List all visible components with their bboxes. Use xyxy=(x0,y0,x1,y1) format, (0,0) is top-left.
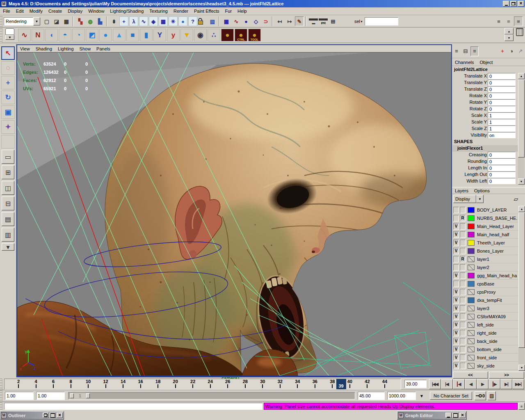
construction-history-icon[interactable]: ✎ xyxy=(295,16,304,26)
layer-name[interactable]: left_side xyxy=(477,322,494,327)
command-line-toggle-icon[interactable]: ≡ xyxy=(518,403,525,410)
mask-deformations-icon[interactable]: ▦ xyxy=(159,16,168,26)
timeline-tick[interactable]: 34 xyxy=(293,379,302,388)
range-slider-drag-handle[interactable] xyxy=(0,390,2,402)
poly-cylinder-icon[interactable]: ▮ xyxy=(140,29,153,41)
extrude-icon[interactable]: ◔ xyxy=(72,29,85,41)
toggle-attribute-editor-icon[interactable]: ≡ xyxy=(494,16,503,26)
layer-row[interactable]: V sky_side xyxy=(452,362,518,370)
timeline-tick[interactable]: 28 xyxy=(241,379,250,388)
chevron-down-icon[interactable]: ▼ xyxy=(360,20,363,23)
step-back-frame-button[interactable]: |◀ xyxy=(441,379,453,389)
layer-visibility-toggle[interactable] xyxy=(453,207,459,213)
layer-visibility-toggle[interactable] xyxy=(453,215,459,221)
layer-row[interactable]: R NURBS_BASE_HE. xyxy=(452,214,518,222)
layer-row[interactable]: V CSforMAYA09 xyxy=(452,313,518,321)
viewport-menu-item[interactable]: View xyxy=(17,46,33,52)
shelf-drag-handle[interactable] xyxy=(0,28,2,43)
menu-item[interactable]: Lighting/Shading xyxy=(107,8,146,14)
timeline-tick[interactable]: 32 xyxy=(276,379,285,388)
layer-color-swatch[interactable] xyxy=(468,289,475,295)
quick-select-input[interactable] xyxy=(365,17,398,25)
menu-set-selector[interactable]: Rendering ▼ xyxy=(4,17,40,25)
layer-name[interactable]: layer3 xyxy=(477,306,489,311)
layer-row[interactable]: V back_side xyxy=(452,337,518,345)
anim-start-field[interactable] xyxy=(5,392,34,400)
layer-reference-toggle[interactable]: R xyxy=(460,256,466,262)
layout-persp-graph[interactable]: ⊟ xyxy=(2,196,14,210)
render-globals-icon[interactable]: ⊞ xyxy=(329,16,338,26)
layer-reference-toggle[interactable]: R xyxy=(460,215,466,221)
layer-visibility-toggle[interactable]: V xyxy=(453,313,459,320)
layer-row[interactable]: V ggg_Main_head_ha xyxy=(452,272,518,280)
layer-row[interactable]: V Theeth_Layer xyxy=(452,239,518,247)
timeline-tick[interactable]: 44 xyxy=(380,379,389,388)
layers-menu[interactable]: Layers xyxy=(452,187,471,194)
layer-mode-selector[interactable]: Display ▼ xyxy=(453,195,484,203)
layer-color-swatch[interactable] xyxy=(468,207,475,213)
step-back-key-button[interactable]: ◀ xyxy=(453,379,465,389)
auto-keyframe-button[interactable]: 0 xyxy=(475,391,486,400)
layer-row[interactable]: layer2 xyxy=(452,263,518,272)
range-slider-groove[interactable]: 1 xyxy=(68,392,355,399)
layer-reference-toggle[interactable] xyxy=(460,248,466,254)
mask-handles-icon[interactable]: + xyxy=(119,16,128,26)
timeline-tick[interactable]: 18 xyxy=(153,379,162,388)
toggle-channel-box-icon[interactable]: ≡ xyxy=(514,16,523,26)
layer-name[interactable]: NURBS_BASE_HE. xyxy=(477,216,517,221)
menu-item[interactable]: Help xyxy=(235,8,250,14)
layer-visibility-toggle[interactable] xyxy=(453,256,459,262)
timeline-tick[interactable]: 22 xyxy=(188,379,197,388)
timeline-tick[interactable]: 16 xyxy=(136,379,145,388)
layer-name[interactable]: CSforMAYA09 xyxy=(477,314,506,319)
minimized-window-graph-editor[interactable]: M Graph Editor xyxy=(397,411,467,420)
viewport-menu-item[interactable]: Shading xyxy=(33,46,55,52)
trash-icon[interactable] xyxy=(516,28,523,36)
revolve-icon[interactable]: ◖ xyxy=(45,29,58,41)
layer-row[interactable]: V cpsProxy xyxy=(452,288,518,296)
layer-row[interactable]: V left_side xyxy=(452,321,518,329)
joint-tool-icon[interactable]: Y xyxy=(153,29,166,41)
menu-item[interactable]: Fur xyxy=(222,8,235,14)
layer-name[interactable]: layer2 xyxy=(477,265,489,270)
animation-preferences-icon[interactable]: ▨ xyxy=(488,391,496,400)
quick-select-label[interactable]: sel xyxy=(354,19,360,24)
select-by-hierarchy-icon[interactable]: ▚ xyxy=(76,16,85,26)
timeline-tick[interactable]: 6 xyxy=(49,379,58,388)
layer-reference-toggle[interactable] xyxy=(460,322,466,328)
select-tool[interactable]: ↖ xyxy=(1,46,15,60)
select-by-component-icon[interactable]: ▙ xyxy=(96,16,105,26)
timeline-tick[interactable]: 4 xyxy=(32,379,41,388)
layer-color-swatch[interactable] xyxy=(468,338,475,344)
object-menu[interactable]: Object xyxy=(477,59,495,66)
layer-reference-toggle[interactable] xyxy=(460,305,466,312)
minimized-window[interactable]: M Outliner xyxy=(0,411,64,420)
mask-joints-icon[interactable]: λ xyxy=(129,16,138,26)
layer-row[interactable]: cpsBase xyxy=(452,280,518,288)
layer-row[interactable]: V Main_Head_Layer xyxy=(452,222,518,231)
range-slider-active[interactable]: 1 xyxy=(70,393,90,399)
playback-end-field[interactable] xyxy=(358,392,385,400)
time-slider-track[interactable]: 39 2468101214161820222426283032343638404… xyxy=(4,379,401,390)
playback-start-field[interactable] xyxy=(36,392,65,400)
layer-color-swatch[interactable] xyxy=(468,281,475,287)
channel-layout-3-icon[interactable]: ≡ xyxy=(470,46,479,56)
ipr-render-icon[interactable]: IPR xyxy=(319,18,328,26)
timeline-tick[interactable]: 36 xyxy=(310,379,320,388)
maximize-button[interactable] xyxy=(452,413,459,418)
chevron-down-icon[interactable]: ▼ xyxy=(5,35,14,40)
scale-tool[interactable]: ▣ xyxy=(1,105,15,119)
mask-misc-icon[interactable]: ? xyxy=(188,16,197,26)
layer-name[interactable]: Bones_Layer xyxy=(477,249,504,253)
layer-reference-toggle[interactable] xyxy=(460,354,466,361)
channel-layout-1-icon[interactable]: ≡ xyxy=(452,46,461,56)
layer-name[interactable]: BODY_LAYER xyxy=(477,208,507,212)
layer-reference-toggle[interactable] xyxy=(460,240,466,246)
menu-item[interactable]: Create xyxy=(46,8,65,14)
scroll-up-icon[interactable]: ▲ xyxy=(518,73,525,79)
layer-editor-icon[interactable]: ▱ xyxy=(511,194,521,203)
range-grip-left[interactable] xyxy=(70,393,74,398)
character-set-chevron-icon[interactable]: ▼ xyxy=(416,391,427,401)
restore-button[interactable] xyxy=(43,413,49,418)
layer-name[interactable]: sky_side xyxy=(477,363,495,368)
